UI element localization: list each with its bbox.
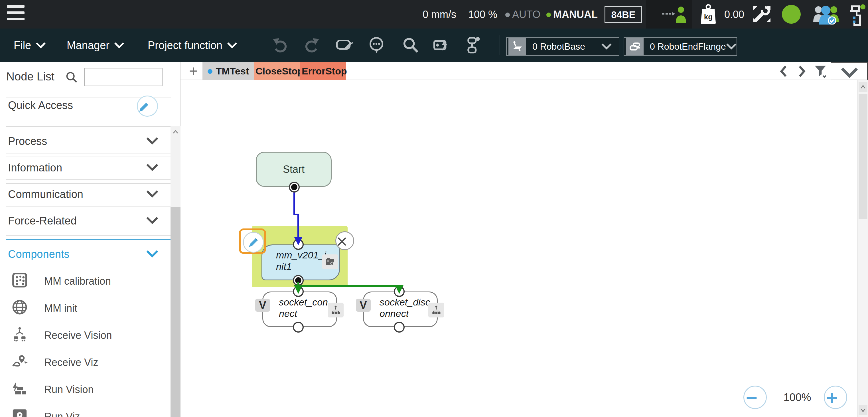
- tab-scroll-left-button[interactable]: [776, 64, 791, 79]
- tab-tmtest[interactable]: TMTest: [203, 62, 254, 80]
- status-circle-icon: [782, 5, 801, 24]
- tab-filter-button[interactable]: [813, 64, 828, 79]
- charge-settings-button[interactable]: [432, 36, 451, 54]
- mm-node-output-port[interactable]: [293, 275, 304, 286]
- divider: [6, 153, 171, 153]
- chevron-down-icon: [146, 250, 159, 258]
- component-item-label: Receive Vision: [44, 329, 112, 341]
- globe-icon: [11, 299, 28, 316]
- file-menu[interactable]: File: [12, 29, 48, 62]
- node-list-panel: Node List Quick Access Process Informati…: [0, 62, 181, 417]
- section-label: Components: [8, 248, 69, 260]
- chevron-down-icon: [833, 67, 866, 79]
- component-item-label: MM init: [44, 302, 77, 314]
- zoom-in-button[interactable]: [824, 386, 847, 409]
- search-icon: [402, 36, 420, 54]
- active-tab-dot: [208, 69, 212, 74]
- project-function-menu[interactable]: Project function: [146, 29, 239, 62]
- chevron-down-icon: [227, 42, 237, 49]
- sidebar-scroll-up-button[interactable]: [170, 126, 181, 138]
- socket-disconnect-output-port[interactable]: [394, 322, 405, 333]
- base-selector-dropdown[interactable]: 0 RobotBase: [506, 37, 619, 56]
- chevron-down-icon: [114, 42, 124, 49]
- sidebar-section-communication[interactable]: Communication: [0, 181, 171, 207]
- manual-mode-label: MANUAL: [553, 8, 598, 21]
- tcp-selector-dropdown[interactable]: 0 RobotEndFlange: [624, 37, 737, 56]
- redo-button[interactable]: [302, 36, 320, 54]
- login-person-icon: [661, 5, 689, 23]
- chevron-down-icon: [146, 190, 159, 198]
- divider: [6, 126, 171, 127]
- remote-connection-button[interactable]: [661, 5, 689, 23]
- node-edit-button[interactable]: [239, 229, 266, 254]
- active-section-indicator: [6, 239, 171, 240]
- sidebar-section-force-related[interactable]: Force-Related: [0, 208, 171, 234]
- tab-closestop[interactable]: CloseStop: [254, 62, 300, 80]
- component-item-receive-viz[interactable]: Receive Viz: [0, 349, 170, 375]
- sidebar-section-process[interactable]: Process: [0, 128, 171, 154]
- search-icon: [65, 71, 78, 84]
- chevron-down-icon: [601, 43, 617, 50]
- undo-button[interactable]: [272, 36, 290, 54]
- canvas-scrollbar-thumb[interactable]: [859, 94, 867, 219]
- users-button[interactable]: [813, 4, 839, 25]
- sidebar-section-components[interactable]: Components: [0, 241, 171, 267]
- tmflow-window: 0 mm/s 100 % AUTO MANUAL 84BE kg 0.00: [0, 0, 868, 417]
- canvas-scroll-down-button[interactable]: [859, 405, 867, 415]
- sidebar-scrollbar-thumb[interactable]: [170, 207, 181, 417]
- robot-status-button[interactable]: [845, 3, 867, 26]
- comment-bubble-icon: [367, 36, 385, 54]
- socket-connect-input-port[interactable]: [293, 286, 304, 297]
- node-delete-button[interactable]: [335, 231, 354, 250]
- section-label: Information: [8, 162, 62, 174]
- redo-icon: [302, 36, 320, 54]
- zoom-out-button[interactable]: [743, 386, 767, 409]
- path-pin-icon: [11, 353, 28, 370]
- component-item-mm-init[interactable]: MM init: [0, 295, 170, 321]
- component-item-run-viz[interactable]: Run Viz: [0, 403, 170, 417]
- socket-connect-output-port[interactable]: [293, 322, 304, 333]
- chevron-down-icon: [146, 137, 159, 145]
- tcp-selector-value: 0 RobotEndFlange: [644, 41, 726, 52]
- manager-menu[interactable]: Manager: [65, 29, 126, 62]
- canvas-scroll-up-button[interactable]: [859, 82, 867, 92]
- start-node-output-port[interactable]: [289, 182, 300, 192]
- pencil-icon: [138, 101, 157, 113]
- component-item-label: MM calibration: [44, 275, 111, 287]
- tool-settings-button[interactable]: [752, 5, 772, 24]
- tab-label: CloseStop: [255, 66, 303, 77]
- flow-view-button[interactable]: [464, 36, 482, 54]
- component-item-label: Run Viz: [44, 411, 80, 417]
- subflow-icon: [328, 303, 344, 318]
- sidebar-section-information[interactable]: Information: [0, 155, 171, 181]
- edit-node-button[interactable]: [335, 36, 353, 54]
- tab-errorstop[interactable]: ErrorStop: [300, 62, 346, 80]
- robot-arm-icon: [845, 3, 867, 26]
- subflow-icon: [428, 303, 444, 318]
- tab-scroll-right-button[interactable]: [794, 64, 809, 79]
- payload-kg-icon: kg: [699, 4, 717, 25]
- divider: [6, 206, 171, 207]
- collapse-panel-button[interactable]: [831, 62, 868, 80]
- filter-funnel-icon: [813, 64, 828, 79]
- add-tab-button[interactable]: +: [186, 63, 200, 79]
- component-item-receive-vision[interactable]: Receive Vision: [0, 322, 170, 348]
- divider: [6, 123, 171, 123]
- tab-label: ErrorStop: [302, 66, 347, 77]
- mm-node-input-port[interactable]: [293, 239, 304, 250]
- component-item-label: Run Vision: [44, 384, 94, 396]
- component-item-mm-calibration[interactable]: MM calibration: [0, 268, 170, 294]
- tab-label: TMTest: [216, 66, 249, 77]
- robot-speed-value: 0 mm/s: [423, 8, 456, 21]
- comment-button[interactable]: [367, 36, 385, 54]
- component-item-run-vision[interactable]: Run Vision: [0, 376, 170, 403]
- flow-node-mm-v201-init1[interactable]: mm_v201_init1: [261, 244, 340, 280]
- socket-disconnect-input-port[interactable]: [394, 286, 405, 297]
- plus-icon: [825, 390, 846, 405]
- chevron-down-icon: [146, 163, 159, 172]
- hamburger-menu-button[interactable]: [7, 5, 27, 23]
- search-node-button[interactable]: [402, 36, 420, 54]
- quick-access-edit-button[interactable]: [137, 95, 158, 117]
- menu-bar: File Manager Project function: [0, 29, 868, 62]
- node-search-input[interactable]: [84, 68, 162, 86]
